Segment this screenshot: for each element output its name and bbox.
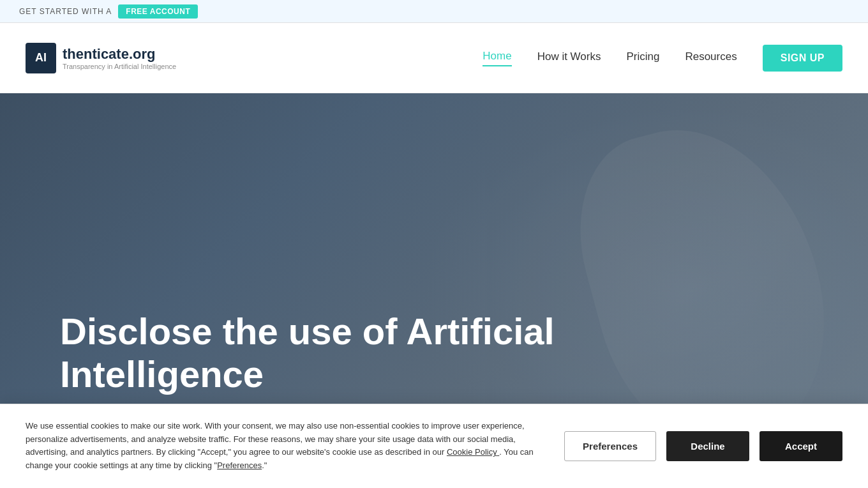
nav-pricing[interactable]: Pricing — [626, 50, 659, 66]
cookie-decline-button[interactable]: Decline — [666, 431, 749, 461]
cookie-banner: We use essential cookies to make our sit… — [0, 404, 868, 488]
hero-title: Disclose the use of Artificial Intellige… — [60, 310, 555, 395]
logo-icon: AI — [26, 43, 56, 73]
cookie-accept-button[interactable]: Accept — [760, 431, 842, 461]
cookie-buttons: Preferences Decline Accept — [564, 431, 842, 461]
logo-link[interactable]: AI thenticate.org Transparency in Artifi… — [26, 43, 176, 73]
nav-resources[interactable]: Resources — [685, 50, 737, 66]
nav-how-it-works[interactable]: How it Works — [537, 50, 601, 66]
site-tagline: Transparency in Artificial Intelligence — [63, 63, 176, 70]
cookie-policy-link[interactable]: Cookie Policy — [447, 447, 499, 457]
nav-home[interactable]: Home — [483, 50, 511, 66]
nav-links: Home How it Works Pricing Resources SIGN… — [483, 45, 842, 72]
free-account-badge[interactable]: FREE ACCOUNT — [118, 4, 198, 19]
top-banner: GET STARTED WITH A FREE ACCOUNT — [0, 0, 868, 23]
banner-pre-text: GET STARTED WITH A — [19, 7, 112, 16]
navbar: AI thenticate.org Transparency in Artifi… — [0, 23, 868, 93]
site-name: thenticate.org — [63, 46, 176, 63]
logo-text: thenticate.org Transparency in Artificia… — [63, 46, 176, 70]
cookie-text: We use essential cookies to make our sit… — [26, 420, 545, 473]
cookie-preferences-link[interactable]: Preferences — [217, 461, 262, 470]
cookie-preferences-button[interactable]: Preferences — [564, 431, 656, 461]
signup-button[interactable]: SIGN UP — [763, 45, 842, 72]
